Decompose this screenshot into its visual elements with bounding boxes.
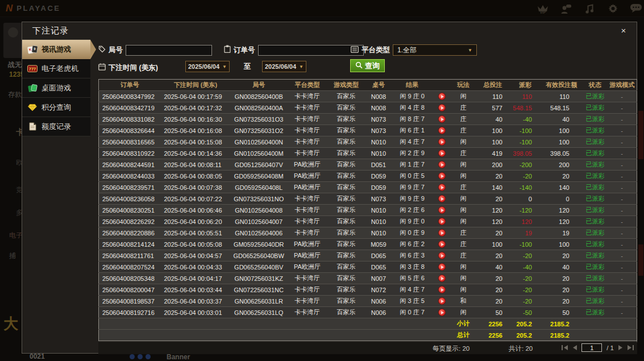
cell-bet-time: 2025-06-04 00:05:51	[160, 227, 230, 239]
cell-replay	[433, 159, 451, 171]
play-video-button[interactable]	[438, 195, 446, 202]
play-video-button[interactable]	[438, 150, 446, 157]
cell-bet-side: 闲	[451, 171, 476, 182]
cell-game-mode: -	[607, 182, 637, 193]
sidebar-item-video-games[interactable]: K9视讯游戏	[22, 40, 90, 59]
sum-empty	[583, 318, 608, 330]
cell-bet-time: 2025-06-04 00:07:38	[160, 182, 230, 193]
modal-title: 下注记录	[22, 22, 637, 39]
table-row: 2506040082302512025-06-04 00:06:46GN0102…	[99, 205, 637, 216]
sidebar-item-table-games[interactable]: 桌面游戏	[22, 78, 90, 98]
column-header: 下注时间 (美东)	[160, 80, 230, 91]
points-gem-icon	[27, 103, 38, 111]
cell-bet-time: 2025-06-04 00:08:11	[160, 159, 230, 171]
last-page-button[interactable]	[628, 345, 634, 350]
time-filter: 下注时间 (美东) 2025/06/04▼ 至 2025/06/04▼ 查询	[98, 61, 496, 74]
cell-table-no: D059	[365, 171, 392, 182]
cell-platform: 卡卡湾厅	[287, 216, 327, 227]
play-video-button[interactable]	[438, 218, 446, 225]
play-video-button[interactable]	[438, 275, 446, 282]
cell-round-no: GD0512560407V	[231, 159, 287, 171]
play-video-button[interactable]	[438, 127, 446, 134]
play-video-button[interactable]	[438, 286, 446, 293]
previous-page-button[interactable]	[572, 345, 577, 350]
play-video-button[interactable]	[438, 229, 446, 236]
play-video-button[interactable]	[438, 138, 446, 146]
cell-status: 已派彩	[583, 227, 608, 239]
pagination-controls: / 1	[562, 343, 634, 352]
cell-order-no: 250604008214124	[99, 239, 161, 250]
cell-game-mode: -	[607, 250, 637, 262]
time-label: 下注时间 (美东)	[109, 63, 158, 73]
sidebar-item-label: 桌面游戏	[41, 83, 71, 93]
sidebar-item-points-query[interactable]: 积分查询	[22, 98, 90, 117]
cell-round-no: GN006256031LQ	[231, 307, 287, 318]
cell-payout: -20	[510, 250, 540, 262]
cell-result: 闲 6 庄 3	[392, 250, 433, 262]
to-label: 至	[244, 62, 251, 72]
page-number-input[interactable]	[581, 343, 602, 352]
cell-game-type: 百家乐	[327, 262, 365, 273]
date-from-select[interactable]: 2025/06/04▼	[185, 61, 230, 72]
cell-game-type: 百家乐	[327, 182, 365, 193]
column-header: 订单号	[99, 80, 161, 91]
cell-valid-bet: 19	[540, 227, 583, 239]
sidebar-item-quota-records[interactable]: 额度记录	[22, 117, 90, 136]
cell-order-no: 250604008310922	[99, 148, 161, 159]
table-row: 2506040082208862025-06-04 00:05:51GN0102…	[99, 227, 637, 239]
cell-valid-bet: 20	[540, 171, 583, 182]
cell-bet-time: 2025-06-04 00:03:37	[160, 296, 230, 307]
cell-total-bet: 100	[475, 136, 510, 148]
date-to-select[interactable]: 2025/06/04▼	[262, 61, 306, 72]
play-video-button[interactable]	[438, 263, 446, 271]
cell-bet-side: 庄	[451, 114, 476, 125]
cell-payout: -120	[510, 205, 540, 216]
play-video-button[interactable]	[438, 309, 446, 316]
cell-game-mode: -	[607, 284, 637, 296]
round-input[interactable]	[126, 45, 212, 56]
cell-game-type: 百家乐	[327, 250, 365, 262]
cell-replay	[433, 250, 451, 262]
cell-platform: PA欧洲厅	[287, 171, 327, 182]
cell-bet-side: 闲	[451, 273, 476, 284]
cell-payout: 110	[510, 91, 540, 102]
play-video-button[interactable]	[438, 240, 446, 248]
cell-replay	[433, 148, 451, 159]
order-input[interactable]	[258, 45, 364, 56]
search-button[interactable]: 查询	[350, 59, 385, 72]
platform-list-icon	[351, 45, 359, 55]
table-header-row: 订单号下注时间 (美东)局号平台类型游戏类型桌号结果玩法总投注派彩有效投注额状态…	[99, 80, 637, 91]
cell-total-bet: 120	[475, 216, 510, 227]
chevron-down-icon: ▼	[222, 64, 227, 69]
cell-game-type: 百家乐	[327, 125, 365, 136]
cell-game-type: 百家乐	[327, 148, 365, 159]
play-video-button[interactable]	[438, 297, 446, 305]
play-video-button[interactable]	[438, 184, 446, 191]
cell-game-type: 百家乐	[327, 216, 365, 227]
play-video-button[interactable]	[438, 161, 446, 168]
cell-platform: 卡卡湾厅	[287, 91, 327, 102]
cell-order-no: 250604008226292	[99, 216, 161, 227]
play-video-button[interactable]	[438, 252, 446, 259]
sidebar-item-slots[interactable]: 777电子老虎机	[22, 59, 90, 78]
play-video-button[interactable]	[438, 206, 446, 214]
cell-round-no: GN01025604006	[231, 227, 287, 239]
play-video-button[interactable]	[438, 172, 446, 180]
play-video-button[interactable]	[438, 115, 446, 123]
cell-status: 已派彩	[583, 284, 608, 296]
close-icon[interactable]: ×	[618, 26, 629, 36]
cell-total-bet: 20	[475, 296, 510, 307]
next-page-button[interactable]	[618, 345, 623, 350]
cell-order-no: 250604008200047	[99, 284, 161, 296]
play-video-button[interactable]	[438, 104, 446, 111]
cell-total-bet: 20	[475, 250, 510, 262]
cell-table-no: N010	[365, 205, 392, 216]
platform-select[interactable]: 1.全部 ▼	[393, 44, 477, 56]
cell-order-no: 250604008207524	[99, 262, 161, 273]
first-page-button[interactable]	[562, 345, 568, 350]
column-header: 桌号	[365, 80, 392, 91]
cell-status: 已派彩	[583, 273, 608, 284]
cell-game-mode: -	[607, 193, 637, 205]
cell-bet-time: 2025-06-04 00:06:46	[160, 205, 230, 216]
play-video-button[interactable]	[438, 93, 446, 100]
